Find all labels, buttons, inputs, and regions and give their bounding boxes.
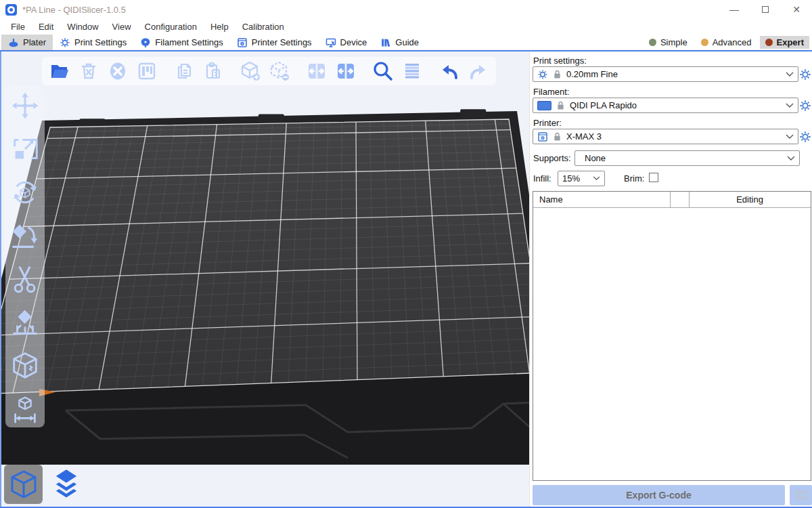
tab-guide[interactable]: Guide (374, 35, 426, 50)
tab-label: Filament Settings (155, 37, 223, 47)
gear-icon (799, 100, 811, 112)
gear-icon (537, 69, 548, 80)
delete-button[interactable] (76, 59, 101, 83)
3d-viewport[interactable] (1, 51, 529, 507)
simple-dot-icon (649, 39, 656, 46)
mode-advanced[interactable]: Advanced (696, 36, 757, 49)
column-separator (689, 192, 690, 208)
tab-filament-settings[interactable]: Filament Settings (133, 35, 229, 50)
mode-label: Expert (777, 37, 804, 47)
menu-window[interactable]: Window (60, 20, 105, 33)
printer-icon (537, 131, 548, 142)
gizmo-toolbar (5, 87, 45, 427)
column-name: Name (533, 194, 670, 205)
move-button[interactable] (8, 89, 42, 121)
split-to-parts-button[interactable] (334, 59, 358, 83)
open-folder-icon (49, 60, 70, 82)
chevron-down-icon (786, 134, 794, 140)
supports-value: None (579, 153, 606, 163)
window-title: *PA Line - QIDISlicer-1.0.5 (22, 5, 126, 15)
split-to-objects-button[interactable] (304, 59, 329, 83)
split-objects-icon (306, 60, 328, 82)
measure-button[interactable] (8, 393, 42, 425)
print-settings-combo[interactable]: 0.20mm Fine (533, 66, 798, 82)
3d-view-cube-icon (7, 468, 40, 501)
place-on-face-icon (9, 220, 41, 251)
lock-icon (553, 131, 562, 142)
mode-expert[interactable]: Expert (760, 36, 809, 49)
open-button[interactable] (47, 59, 72, 83)
mode-simple[interactable]: Simple (644, 36, 693, 49)
tab-label: Printer Settings (252, 37, 312, 47)
menu-help[interactable]: Help (204, 20, 235, 33)
gear-icon (799, 131, 811, 143)
object-list-header: Name Editing (533, 192, 811, 208)
cut-button[interactable] (8, 263, 42, 295)
settings-panel: Print settings: 0.20mm Fine (529, 51, 812, 507)
maximize-button[interactable] (750, 0, 781, 19)
printer-gear-button[interactable] (799, 131, 811, 143)
export-gcode-label: Export G-code (626, 490, 691, 501)
place-on-face-button[interactable] (8, 219, 42, 251)
arrange-button[interactable] (135, 59, 159, 83)
preview-button[interactable] (47, 465, 85, 504)
printer-combo[interactable]: X-MAX 3 (533, 129, 798, 144)
menu-configuration[interactable]: Configuration (138, 20, 204, 33)
printer-value: X-MAX 3 (566, 131, 602, 142)
chevron-down-icon (786, 72, 794, 77)
copy-icon (173, 60, 195, 82)
column-editing: Editing (689, 194, 811, 205)
print-settings-gear-button[interactable] (799, 68, 811, 81)
tab-plater[interactable]: Plater (1, 35, 53, 50)
seam-painting-button[interactable] (8, 350, 42, 381)
close-button[interactable]: ✕ (781, 0, 812, 19)
add-instance-icon (239, 60, 262, 83)
filament-combo[interactable]: QIDI PLA Rapido (533, 98, 798, 113)
paste-icon (202, 60, 224, 82)
rotate-button[interactable] (8, 176, 42, 208)
remove-instance-button[interactable] (267, 59, 292, 83)
guide-books-icon (380, 37, 391, 48)
menu-bar: File Edit Window View Configuration Help… (0, 19, 812, 35)
delete-all-button[interactable] (106, 59, 130, 83)
minimize-button[interactable]: — (719, 0, 750, 19)
split-parts-icon (335, 60, 357, 82)
measure-icon (9, 394, 41, 425)
menu-file[interactable]: File (4, 20, 32, 33)
infill-combo[interactable]: 15% (558, 171, 605, 186)
rotate-icon (9, 177, 41, 208)
device-icon (325, 37, 336, 48)
brim-label: Brim: (624, 173, 644, 184)
add-instance-button[interactable] (238, 59, 263, 83)
3d-editor-view-button[interactable] (4, 465, 43, 504)
export-row: Export G-code (533, 485, 812, 505)
menu-edit[interactable]: Edit (32, 20, 60, 33)
supports-combo[interactable]: None (574, 150, 800, 166)
infill-value: 15% (562, 173, 580, 184)
object-list[interactable]: Name Editing (533, 191, 811, 481)
menu-calibration[interactable]: Calibration (235, 20, 291, 33)
tab-device[interactable]: Device (319, 35, 374, 50)
printer-icon (237, 37, 248, 48)
plater-icon (8, 37, 19, 48)
tab-label: Guide (395, 37, 419, 47)
supports-label: Supports: (533, 153, 571, 163)
export-options-button[interactable] (790, 485, 812, 505)
search-button[interactable] (371, 59, 395, 83)
paint-supports-button[interactable] (8, 306, 42, 338)
brim-checkbox[interactable] (649, 173, 658, 182)
main-area: Print settings: 0.20mm Fine (0, 51, 812, 507)
redo-button[interactable] (466, 59, 491, 83)
export-gcode-button[interactable]: Export G-code (533, 485, 785, 505)
scale-button[interactable] (8, 133, 42, 165)
undo-button[interactable] (437, 59, 461, 83)
tab-print-settings[interactable]: Print Settings (53, 35, 133, 50)
print-settings-value: 0.20mm Fine (566, 69, 618, 79)
copy-button[interactable] (172, 59, 196, 83)
menu-view[interactable]: View (106, 20, 138, 33)
paste-button[interactable] (201, 59, 225, 83)
filament-gear-button[interactable] (799, 100, 811, 112)
view-toolbar (4, 465, 85, 504)
variable-layer-height-button[interactable] (400, 59, 424, 83)
tab-printer-settings[interactable]: Printer Settings (230, 35, 319, 50)
